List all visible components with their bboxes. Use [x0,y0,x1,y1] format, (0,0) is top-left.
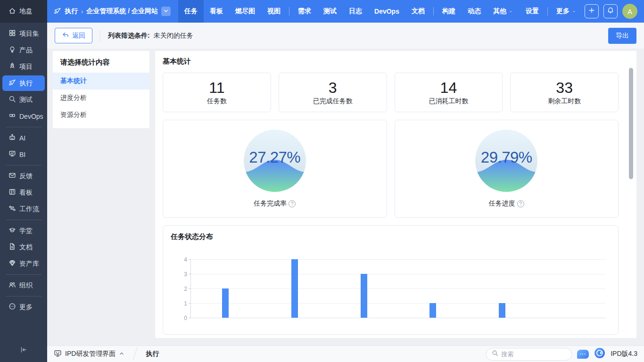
sidebar-item-12[interactable]: 文档 [2,239,45,255]
sidebar-item-label: 项目集 [19,30,39,38]
stats-main-panel: 基本统计 11任务数3已完成任务数14已消耗工时数33剩余工时数 27.27%任… [155,51,636,338]
sidebar-item-11[interactable]: 学堂 [2,223,45,239]
search-input[interactable] [501,351,558,358]
app-window: 地盘 项目集产品项目执行测试DevOpsAIBI反馈看板工作流学堂文档资产库组织… [0,0,644,362]
sidebar-item-2[interactable]: 项目 [2,59,45,74]
chart-bar-3 [429,303,436,318]
sidebar-item-1[interactable]: 产品 [2,42,45,58]
tab-13[interactable]: 更多 [550,0,583,23]
vertical-scrollbar[interactable] [629,68,633,179]
breadcrumb-root[interactable]: 执行 [65,7,78,16]
filter-value: 未关闭的任务 [154,32,193,40]
stats-nav-item-2[interactable]: 资源分析 [53,107,149,123]
tab-12[interactable]: 设置 [520,0,545,23]
sidebar-item-14[interactable]: 组织 [2,278,45,293]
sidebar-item-label: DevOps [19,113,43,120]
avatar[interactable]: A [622,4,637,19]
chart-ytick-label: 4 [177,256,187,263]
tab-label: 其他 [493,7,506,16]
tab-8[interactable]: 文档 [405,0,431,23]
tab-5[interactable]: 测试 [317,0,343,23]
school-icon [8,226,16,235]
tab-label: 视图 [267,7,281,16]
chat-icon[interactable]: ··· [577,350,589,359]
sidebar-divider [6,274,41,275]
sidebar-item-0[interactable]: 项目集 [2,26,45,41]
stat-value: 14 [440,79,457,97]
sidebar-collapse-button[interactable] [0,340,47,362]
bar-chart: 01234 [190,255,606,325]
content-area: 请选择统计内容 基本统计进度分析资源分析 基本统计 11任务数3已完成任务数14… [47,49,644,346]
sidebar-item-label: 组织 [19,281,33,290]
tab-2[interactable]: 燃尽图 [229,0,261,23]
tab-label: 设置 [526,7,539,16]
tab-4[interactable]: 需求 [292,0,317,23]
tab-7[interactable]: DevOps [368,0,405,23]
sidebar-item-13[interactable]: 资产库 [2,256,45,272]
plus-icon [588,7,595,16]
project-switcher-button[interactable] [161,7,171,16]
sidebar-item-8[interactable]: 反馈 [2,168,45,184]
add-button[interactable] [585,4,599,18]
stat-label: 剩余工时数 [548,97,581,106]
sidebar-item-5[interactable]: DevOps [2,108,45,124]
tab-label: 需求 [298,7,311,16]
sidebar-item-label: 学堂 [19,227,33,235]
sidebar-item-9[interactable]: 看板 [2,185,45,200]
back-button[interactable]: 返回 [55,28,92,43]
tab-9[interactable]: 构建 [436,0,462,23]
stats-nav-item-0[interactable]: 基本统计 [53,73,149,90]
sidebar-item-10[interactable]: 工作流 [2,201,45,217]
tab-label: 动态 [468,7,481,16]
export-button[interactable]: 导出 [608,28,636,44]
chart-tick [189,259,191,260]
tab-10[interactable]: 动态 [462,0,487,23]
sidebar-item-7[interactable]: BI [2,147,45,162]
tab-11[interactable]: 其他 [487,0,520,23]
stat-label: 任务数 [207,97,227,106]
sidebar-nav: 项目集产品项目执行测试DevOpsAIBI反馈看板工作流学堂文档资产库组织更多 [0,23,47,340]
app-switcher[interactable]: IPD研发管理界面 [54,349,124,359]
search-box[interactable] [486,348,572,361]
chart-gridline [191,259,606,260]
tab-0[interactable]: 任务 [178,0,204,23]
stat-value: 11 [209,79,224,97]
chart-gridline [191,274,606,274]
gem-icon [8,259,16,268]
sidebar-item-15[interactable]: 更多 [2,299,45,315]
gauge-label: 任务完成率 [254,199,287,208]
breadcrumb-project[interactable]: 企业管理系统 / 企业网站 [86,7,158,16]
execution-icon [54,7,61,16]
statusbar-divider [133,347,138,361]
tab-6[interactable]: 日志 [343,0,368,23]
sidebar-item-label: 反馈 [19,172,33,181]
chart-plot-area: 01234 [190,259,606,318]
chart-tick [189,274,191,274]
notifications-button[interactable] [603,4,618,18]
tab-divider [547,7,548,16]
gauge-card-1: 29.79%任务进度? [395,120,619,218]
zentao-logo-icon [594,347,605,361]
toolbar: 返回 列表筛选条件: 未关闭的任务 导出 [47,23,644,49]
stats-nav-item-1[interactable]: 进度分析 [53,90,149,107]
gauge-label: 任务进度 [489,199,515,208]
sidebar-divider [6,296,41,296]
rocket-icon [8,62,16,71]
tab-1[interactable]: 看板 [204,0,229,23]
sidebar-item-label: 地盘 [19,7,33,16]
help-icon[interactable]: ? [289,200,296,207]
help-icon[interactable]: ? [517,200,524,207]
app-name: IPD研发管理界面 [65,350,116,358]
chevron-up-icon [119,350,124,358]
sidebar-item-label: 更多 [19,303,33,312]
tab-label: 测试 [323,7,337,16]
sidebar-item-3[interactable]: 执行 [2,75,45,91]
chart-title: 任务状态分布 [171,232,611,241]
tab-3[interactable]: 视图 [261,0,287,23]
chart-tick [189,303,191,304]
sidebar-item-6[interactable]: AI [2,130,45,146]
sidebar-item-dashboard[interactable]: 地盘 [2,4,45,19]
sidebar-item-4[interactable]: 测试 [2,92,45,107]
sidebar-item-label: BI [19,151,25,158]
sidebar-item-label: 文档 [19,243,33,252]
